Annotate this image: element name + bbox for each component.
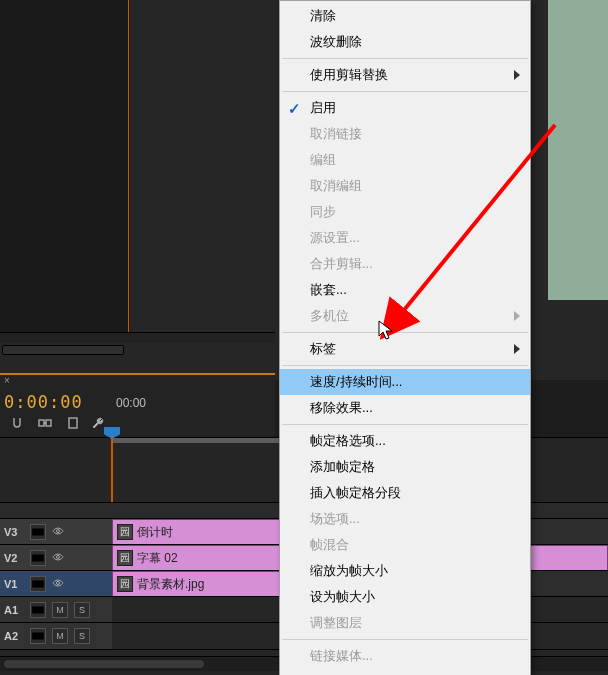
settings-wrench-icon[interactable]: [92, 416, 106, 433]
menu-make-offline: 设为脱机...: [280, 669, 530, 675]
menu-enable[interactable]: ✓ 启用: [280, 95, 530, 121]
solo-button[interactable]: S: [74, 602, 90, 618]
svg-rect-7: [32, 581, 44, 588]
menu-speed-duration[interactable]: 速度/持续时间...: [280, 369, 530, 395]
menu-remove-effects[interactable]: 移除效果...: [280, 395, 530, 421]
menu-set-to-frame[interactable]: 设为帧大小: [280, 584, 530, 610]
menu-frame-blend: 帧混合: [280, 532, 530, 558]
menu-label: 多机位: [310, 307, 349, 325]
svg-point-4: [57, 530, 60, 533]
track-label: V3: [4, 526, 24, 538]
mute-button[interactable]: M: [52, 628, 68, 644]
menu-separator: [282, 58, 528, 59]
menu-label: 使用剪辑替换: [310, 66, 388, 84]
menu-link-media: 链接媒体...: [280, 643, 530, 669]
monitor-left-pane: [0, 0, 130, 335]
menu-add-frame-hold[interactable]: 添加帧定格: [280, 454, 530, 480]
menu-merge-clips: 合并剪辑...: [280, 251, 530, 277]
toggle-output-icon[interactable]: [30, 550, 46, 566]
svg-rect-5: [32, 555, 44, 562]
track-header-v3[interactable]: V3: [0, 519, 112, 545]
clip-context-menu: 清除 波纹删除 使用剪辑替换 ✓ 启用 取消链接 编组 取消编组 同步 源设置.…: [279, 0, 531, 675]
fx-badge-icon[interactable]: 园: [117, 576, 133, 592]
menu-group: 编组: [280, 147, 530, 173]
svg-rect-1: [46, 420, 51, 426]
clip-v3[interactable]: 园 倒计时: [112, 519, 280, 545]
submenu-arrow-icon: [514, 344, 520, 354]
submenu-arrow-icon: [514, 311, 520, 321]
menu-separator: [282, 424, 528, 425]
timeline-scrollbar-thumb[interactable]: [4, 660, 204, 668]
playhead-timecode[interactable]: 0:00:00: [4, 392, 83, 412]
solo-button[interactable]: S: [74, 628, 90, 644]
track-label: A1: [4, 604, 24, 616]
menu-scale-to-frame[interactable]: 缩放为帧大小: [280, 558, 530, 584]
snap-icon[interactable]: [10, 416, 24, 430]
submenu-arrow-icon: [514, 70, 520, 80]
toggle-output-icon[interactable]: [30, 602, 46, 618]
monitor-scrollbar[interactable]: [0, 343, 275, 355]
menu-label-submenu[interactable]: 标签: [280, 336, 530, 362]
svg-rect-3: [32, 529, 44, 536]
linked-selection-icon[interactable]: [38, 416, 52, 430]
track-label: V1: [4, 578, 24, 590]
fx-badge-icon[interactable]: 园: [117, 524, 133, 540]
ruler-tick-label: 00:00: [116, 396, 146, 410]
menu-adjustment-layer: 调整图层: [280, 610, 530, 636]
mute-button[interactable]: M: [52, 602, 68, 618]
menu-replace-with-clip[interactable]: 使用剪辑替换: [280, 62, 530, 88]
timeline-tool-icons: [10, 416, 80, 430]
menu-separator: [282, 332, 528, 333]
eye-icon[interactable]: [52, 525, 64, 539]
clip-label: 倒计时: [137, 524, 173, 541]
track-header-a1[interactable]: A1 M S: [0, 597, 112, 623]
menu-frame-hold-options[interactable]: 帧定格选项...: [280, 428, 530, 454]
track-label: A2: [4, 630, 24, 642]
check-icon: ✓: [288, 100, 301, 118]
timeline-header: 0:00:00 00:00: [0, 388, 275, 437]
svg-rect-0: [39, 420, 44, 426]
track-label: V2: [4, 552, 24, 564]
timeline-work-area[interactable]: [112, 438, 280, 443]
menu-ungroup: 取消编组: [280, 173, 530, 199]
toggle-output-icon[interactable]: [30, 524, 46, 540]
menu-synchronize: 同步: [280, 199, 530, 225]
menu-field-options: 场选项...: [280, 506, 530, 532]
menu-source-settings: 源设置...: [280, 225, 530, 251]
clip-v1[interactable]: 园 背景素材.jpg: [112, 571, 280, 597]
monitor-scrollbar-thumb[interactable]: [2, 345, 124, 355]
toggle-output-icon[interactable]: [30, 628, 46, 644]
menu-multicam: 多机位: [280, 303, 530, 329]
fx-badge-icon[interactable]: 园: [117, 550, 133, 566]
clip-label: 字幕 02: [137, 550, 178, 567]
menu-unlink: 取消链接: [280, 121, 530, 147]
svg-point-6: [57, 556, 60, 559]
monitor-playhead-line: [128, 0, 129, 333]
svg-point-8: [57, 582, 60, 585]
menu-separator: [282, 639, 528, 640]
menu-separator: [282, 365, 528, 366]
track-header-v2[interactable]: V2: [0, 545, 112, 571]
clip-label: 背景素材.jpg: [137, 576, 204, 593]
marker-icon[interactable]: [66, 416, 80, 430]
eye-icon[interactable]: [52, 577, 64, 591]
menu-insert-frame-hold-segment[interactable]: 插入帧定格分段: [280, 480, 530, 506]
monitor-right-pane: [548, 0, 608, 300]
menu-label: 启用: [310, 99, 336, 117]
toggle-output-icon[interactable]: [30, 576, 46, 592]
menu-clear[interactable]: 清除: [280, 3, 530, 29]
svg-rect-10: [32, 633, 44, 640]
close-icon[interactable]: ×: [4, 375, 10, 386]
svg-rect-9: [32, 607, 44, 614]
menu-ripple-delete[interactable]: 波纹删除: [280, 29, 530, 55]
track-header-a2[interactable]: A2 M S: [0, 623, 112, 649]
menu-separator: [282, 91, 528, 92]
track-header-v1[interactable]: V1: [0, 571, 112, 597]
eye-icon[interactable]: [52, 551, 64, 565]
svg-rect-2: [69, 418, 77, 428]
menu-nest[interactable]: 嵌套...: [280, 277, 530, 303]
menu-label: 标签: [310, 340, 336, 358]
